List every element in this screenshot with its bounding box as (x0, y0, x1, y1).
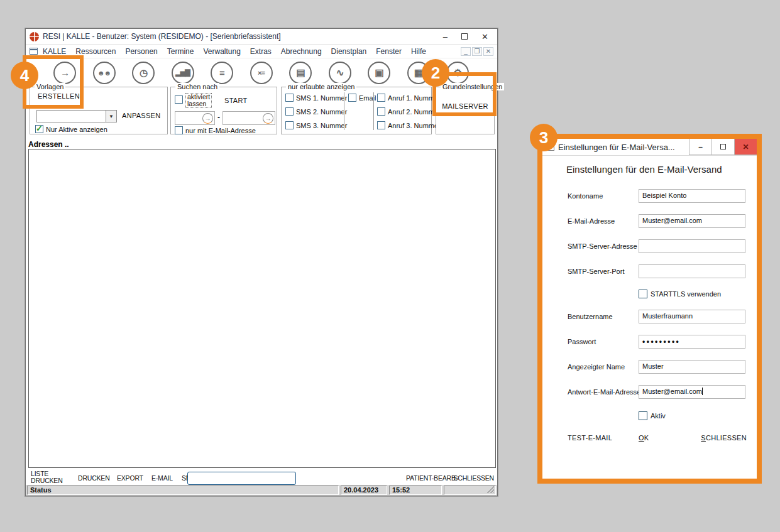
chevron-down-icon[interactable]: ▼ (106, 111, 116, 122)
dialog-maximize-icon[interactable] (711, 139, 734, 155)
passwort-label: Passwort (568, 335, 638, 349)
anpassen-button[interactable]: ANPASSEN (122, 112, 161, 119)
title-bar: RESI | KALLE - Benutzer: System (RESIDEM… (26, 29, 497, 45)
starttls-label: STARTTLS verwenden (651, 290, 721, 298)
minimize-icon[interactable]: – (443, 32, 448, 41)
nur-mit-email-checkbox[interactable] (175, 126, 183, 134)
waveform-icon[interactable]: ∿ (329, 62, 351, 84)
sms-number-input[interactable] (187, 472, 296, 485)
antwort-email-label: Antwort-E-Mail-Adresse (568, 385, 638, 399)
kontoname-label: Kontoname (568, 189, 638, 203)
schliessen-button[interactable]: SCHLIESSEN (453, 474, 494, 482)
export-button[interactable]: EXPORT (117, 474, 143, 482)
menu-kalle[interactable]: KALLE (43, 47, 66, 56)
adressen-label: Adressen .. (28, 140, 69, 149)
patient-bearb-button[interactable]: PATIENT-BEARB. (406, 474, 457, 482)
dialog-schliessen-button[interactable]: SCHLIESSEN (701, 434, 747, 442)
status-bar: Status 20.04.2023 15:52 (26, 485, 497, 496)
dialog-heading: Einstellungen für den E-Mail-Versand (566, 164, 722, 175)
benutzername-input[interactable]: Musterfraumann (639, 310, 745, 323)
calendar-clock-icon[interactable]: ◷ (132, 62, 155, 84)
aktiviert-lassen-checkbox[interactable] (175, 95, 183, 104)
email-adresse-input[interactable]: Muster@email.com (639, 214, 745, 228)
dialog-close-icon[interactable]: ✕ (734, 139, 757, 155)
group-suchen-legend: Suchen nach (175, 83, 219, 90)
starttls-checkbox[interactable] (639, 290, 647, 298)
mdi-restore-icon[interactable]: ❐ (472, 47, 482, 56)
menu-ressourcen[interactable]: Ressourcen (75, 47, 116, 56)
email-settings-dialog: Einstellungen für E-Mail-Versa... – ✕ Ei… (537, 134, 762, 484)
anruf2-checkbox[interactable] (377, 107, 385, 116)
sms3-checkbox[interactable] (285, 121, 294, 129)
divider (344, 92, 344, 130)
menu-extras[interactable]: Extras (250, 47, 272, 56)
aktiviert-lassen-label: aktiviert lassen (185, 93, 212, 108)
ok-button[interactable]: OK (639, 434, 649, 442)
app-icon (30, 32, 39, 41)
calculator-icon[interactable]: ×= (250, 62, 273, 84)
window-title: RESI | KALLE - Benutzer: System (RESIDEM… (43, 32, 281, 41)
sms1-checkbox[interactable] (285, 94, 294, 102)
aktiv-label: Aktiv (651, 412, 666, 420)
menu-termine[interactable]: Termine (167, 47, 194, 56)
status-text: Status (27, 486, 339, 495)
divider (373, 92, 374, 130)
smtp-server-port-input[interactable] (639, 264, 745, 278)
email-button[interactable]: E-MAIL (151, 474, 173, 482)
range-to-scroll-icon[interactable]: → (263, 113, 273, 124)
aktiv-checkbox[interactable] (639, 411, 647, 420)
nur-aktive-label: Nur Aktive anzeigen (46, 126, 107, 133)
close-icon[interactable]: ✕ (481, 32, 488, 41)
nur-aktive-checkbox[interactable] (35, 125, 43, 133)
email-checkbox[interactable] (348, 94, 356, 102)
anruf3-label: Anruf 3. Nummer (388, 122, 441, 129)
adressen-list[interactable] (28, 149, 496, 468)
range-separator: - (217, 113, 220, 122)
angezeigter-name-label: Angezeigter Name (568, 360, 638, 374)
callout-4: 4 (11, 62, 38, 89)
sms2-label: SMS 2. Nummer (296, 108, 347, 116)
menu-bar: KALLE Ressourcen Personen Termine Verwal… (26, 45, 497, 58)
antwort-email-input[interactable]: Muster@email.com (639, 385, 745, 399)
menu-personen[interactable]: Personen (125, 47, 157, 56)
status-empty-panel (444, 486, 496, 495)
dialog-title-bar: Einstellungen für E-Mail-Versa... – ✕ (542, 139, 757, 156)
dialog-minimize-icon[interactable]: – (689, 139, 711, 155)
vorlagen-combobox[interactable]: ▼ (36, 110, 117, 122)
id-card-icon[interactable]: ▣ (368, 62, 390, 84)
smtp-server-adresse-input[interactable] (639, 239, 745, 253)
main-window: RESI | KALLE - Benutzer: System (RESIDEM… (25, 28, 498, 496)
menu-dienstplan[interactable]: Dienstplan (331, 47, 367, 56)
vorlagen-combobox-value (37, 111, 106, 122)
maximize-icon[interactable] (461, 32, 468, 41)
footer-bar: LISTE DRUCKEN DRUCKEN EXPORT E-MAIL SMS … (26, 469, 497, 487)
angezeigter-name-input[interactable]: Muster (639, 360, 745, 374)
range-from-input[interactable]: → (175, 111, 215, 125)
menu-verwaltung[interactable]: Verwaltung (203, 47, 240, 56)
start-button[interactable]: START (224, 97, 248, 104)
document-sound-icon[interactable]: ▤ (289, 62, 312, 84)
liste-drucken-button[interactable]: LISTE DRUCKEN (31, 470, 63, 484)
statistics-icon[interactable]: ▂▅▇ (172, 62, 194, 84)
patients-icon[interactable]: ☻☻ (93, 62, 116, 84)
anruf1-checkbox[interactable] (377, 94, 385, 102)
test-email-button[interactable]: TEST-E-MAIL (568, 434, 612, 442)
status-time: 15:52 (389, 486, 442, 495)
group-suchen-nach: Suchen nach aktiviert lassen START → - →… (170, 87, 277, 134)
text-lines-icon[interactable]: ≡ (211, 62, 233, 84)
mdi-close-icon[interactable]: ✕ (483, 47, 493, 56)
sms2-checkbox[interactable] (285, 107, 294, 116)
passwort-input[interactable]: ••••••••• (639, 335, 745, 349)
dialog-title: Einstellungen für E-Mail-Versa... (558, 143, 689, 152)
resize-grip[interactable] (486, 486, 494, 493)
range-to-input[interactable]: → (222, 111, 275, 125)
range-from-scroll-icon[interactable]: → (202, 113, 213, 124)
anruf3-checkbox[interactable] (377, 121, 385, 129)
menu-fenster[interactable]: Fenster (376, 47, 402, 56)
sms3-label: SMS 3. Nummer (296, 122, 347, 129)
mdi-minimize-icon[interactable]: _ (461, 47, 471, 56)
menu-abrechnung[interactable]: Abrechnung (281, 47, 322, 56)
kontoname-input[interactable]: Beispiel Konto (639, 189, 745, 203)
menu-hilfe[interactable]: Hilfe (411, 47, 426, 56)
drucken-button[interactable]: DRUCKEN (78, 474, 110, 482)
